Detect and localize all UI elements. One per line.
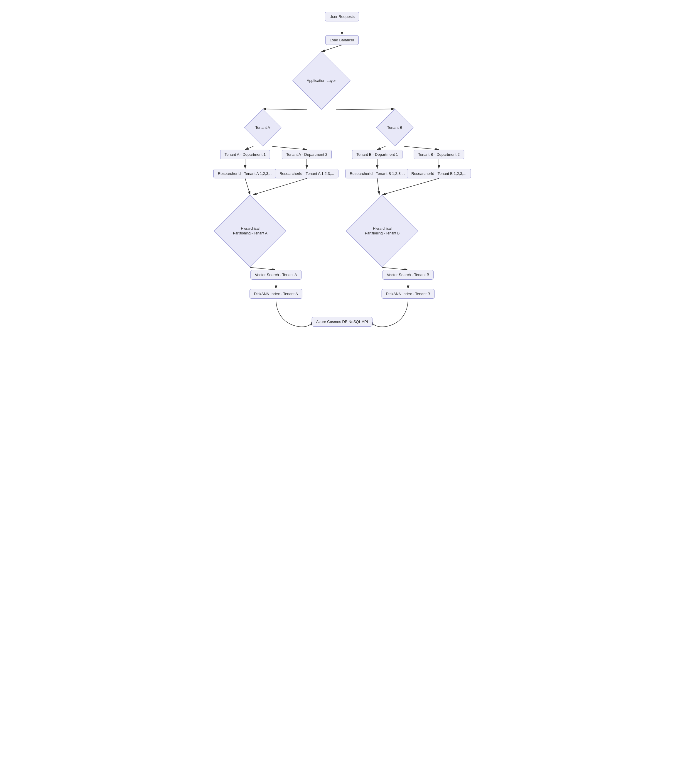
tenant-b-dept2-node: Tenant B - Department 2 [414,150,464,159]
svg-line-4 [336,109,395,110]
hier-part-b-node: Hierarchical Partitioning - Tenant B [346,195,418,267]
svg-line-8 [404,146,439,150]
researcher-b1-node: ResearcherId - Tenant B 1,2,3,... [345,169,409,179]
diskann-b-node: DiskANN Index - Tenant B [382,289,435,299]
load-balancer-node: Load Balancer [325,35,359,45]
tenant-b-dept1-node: Tenant B - Department 1 [352,150,402,159]
user-requests-node: User Requests [325,12,359,21]
arrows-layer [210,6,474,358]
tenant-a-dept1-node: Tenant A - Department 1 [220,150,270,159]
researcher-a2-node: ResearcherId - Tenant A 1,2,3,... [275,169,339,179]
svg-line-7 [377,146,386,150]
svg-line-18 [382,267,408,270]
svg-line-6 [272,146,307,150]
svg-line-13 [245,179,250,195]
tenant-a-node: Tenant A [244,109,281,146]
diskann-a-node: DiskANN Index - Tenant A [250,289,302,299]
vector-search-b-node: Vector Search - Tenant B [382,270,434,280]
svg-line-2 [321,45,342,52]
svg-line-3 [263,109,307,110]
svg-line-14 [253,179,307,195]
researcher-b2-node: ResearcherId - Tenant B 1,2,3,... [407,169,471,179]
hier-part-a-node: Hierarchical Partitioning - Tenant A [214,195,286,267]
svg-line-17 [250,267,276,270]
researcher-a1-node: ResearcherId - Tenant A 1,2,3,... [213,169,277,179]
diagram: User Requests Load Balancer Application … [210,6,474,358]
svg-line-16 [382,179,439,195]
svg-line-5 [245,146,253,150]
svg-line-15 [377,179,379,195]
tenant-a-dept2-node: Tenant A - Department 2 [282,150,332,159]
tenant-b-node: Tenant B [376,109,413,146]
vector-search-a-node: Vector Search - Tenant A [250,270,302,280]
application-layer-node: Application Layer [292,52,350,110]
cosmos-db-node: Azure Cosmos DB NoSQL API [312,317,373,327]
